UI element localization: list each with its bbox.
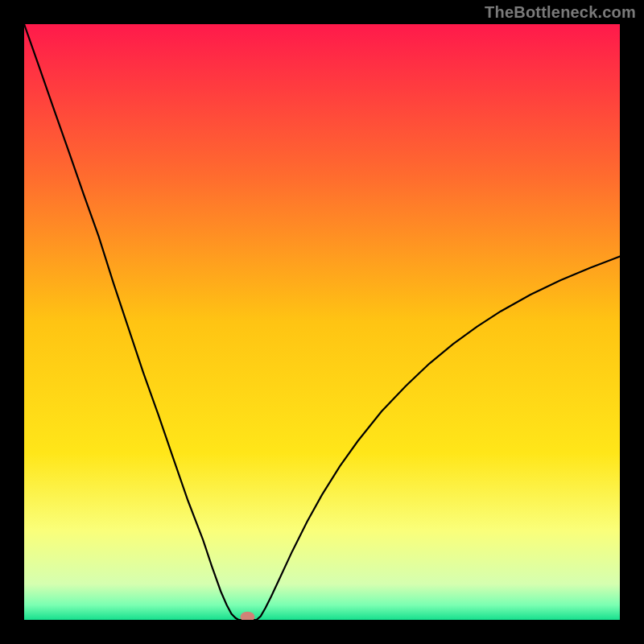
chart-svg: [24, 24, 620, 620]
chart-plot-area: [24, 24, 620, 620]
chart-background: [24, 24, 620, 620]
chart-frame: TheBottleneck.com: [0, 0, 644, 644]
watermark-label: TheBottleneck.com: [485, 3, 636, 22]
